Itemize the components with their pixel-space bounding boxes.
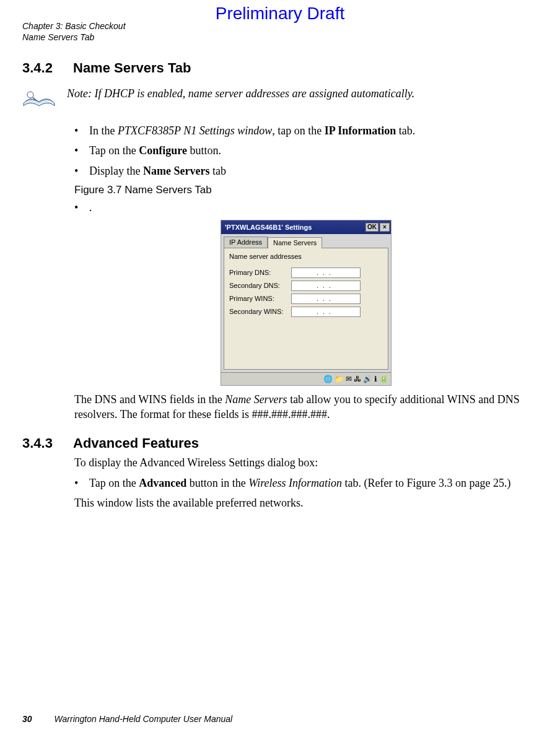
tab-name-servers[interactable]: Name Servers	[268, 237, 322, 248]
tray-mail-icon[interactable]: ✉	[346, 374, 352, 384]
tray-sound-icon[interactable]: 🔊	[363, 374, 372, 384]
footer: 30 Warrington Hand-Held Computer User Ma…	[0, 714, 232, 724]
input-primary-wins[interactable]: ...	[291, 294, 361, 304]
label-secondary-dns: Secondary DNS:	[229, 281, 291, 290]
label-primary-wins: Primary WINS:	[229, 294, 291, 303]
close-button[interactable]: ×	[380, 223, 390, 232]
book-icon	[22, 85, 56, 108]
input-secondary-dns[interactable]: ...	[291, 281, 361, 291]
input-secondary-wins[interactable]: ...	[291, 307, 361, 317]
ok-button[interactable]: OK	[365, 223, 378, 232]
body-paragraph: This window lists the available preferre…	[74, 495, 538, 510]
panel-heading: Name server addresses	[229, 252, 383, 261]
body-paragraph: The DNS and WINS fields in the Name Serv…	[74, 392, 538, 422]
svg-point-0	[27, 92, 33, 98]
section-heading-342: 3.4.2 Name Servers Tab	[22, 60, 538, 76]
body-paragraph: To display the Advanced Wireless Setting…	[74, 455, 538, 470]
section-title: Advanced Features	[73, 435, 199, 451]
step-item: • Tap on the Configure button.	[74, 143, 538, 158]
embedded-window: 'PTXWLAGS46B1' Settings OK × IP Address …	[221, 220, 392, 386]
tab-panel: Name server addresses Primary DNS: ... S…	[224, 248, 388, 370]
preliminary-watermark: Preliminary Draft	[0, 0, 560, 24]
tray-lan-icon[interactable]: 🖧	[354, 374, 361, 384]
window-title: 'PTXWLAGS46B1' Settings	[225, 223, 312, 232]
section-title: Name Servers Tab	[73, 60, 191, 76]
note-block: Note: If DHCP is enabled, name server ad…	[22, 85, 538, 108]
window-titlebar: 'PTXWLAGS46B1' Settings OK ×	[221, 220, 391, 234]
footer-doc-title: Warrington Hand-Held Computer User Manua…	[55, 714, 233, 724]
label-secondary-wins: Secondary WINS:	[229, 307, 291, 316]
tray-battery-icon[interactable]: 🔋	[379, 374, 388, 384]
input-primary-dns[interactable]: ...	[291, 268, 361, 278]
tab-ip-address[interactable]: IP Address	[224, 237, 268, 248]
section-number: 3.4.3	[22, 435, 73, 451]
section-number: 3.4.2	[22, 60, 73, 76]
note-text: Note: If DHCP is enabled, name server ad…	[67, 85, 414, 100]
tray-folder-icon[interactable]: 📁	[335, 374, 344, 384]
taskbar: 🌐 📁 ✉ 🖧 🔊 ℹ 🔋	[221, 372, 391, 385]
tray-network-icon[interactable]: 🌐	[323, 374, 333, 384]
section-heading-343: 3.4.3 Advanced Features	[22, 435, 538, 451]
label-primary-dns: Primary DNS:	[229, 268, 291, 277]
tray-info-icon[interactable]: ℹ	[374, 374, 377, 384]
running-head-section: Name Servers Tab	[22, 32, 560, 43]
step-item: • In the PTXCF8385P N1 Settings window, …	[74, 123, 538, 138]
figure-caption: Figure 3.7 Name Servers Tab	[74, 183, 538, 198]
step-item: • Tap on the Advanced button in the Wire…	[74, 476, 538, 490]
step-item: • Display the Name Servers tab	[74, 163, 538, 178]
page-number: 30	[22, 714, 32, 724]
step-item: • .	[74, 200, 538, 215]
